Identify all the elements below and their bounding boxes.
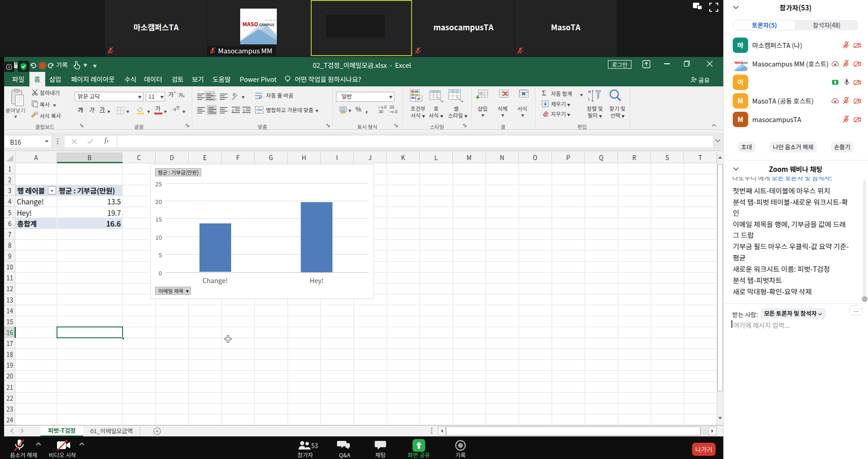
svg-text:CAMPS: CAMPS [742, 61, 748, 64]
svg-text:≠: ≠ [417, 95, 421, 102]
svg-text:MASO: MASO [242, 20, 258, 28]
svg-text:L: L [588, 96, 590, 101]
svg-text:Actionable Content: Actionable Content [265, 19, 277, 21]
svg-text:CAMPUS: CAMPUS [259, 22, 275, 27]
svg-text:ab: ab [232, 92, 237, 98]
svg-text:H: H [588, 89, 591, 94]
